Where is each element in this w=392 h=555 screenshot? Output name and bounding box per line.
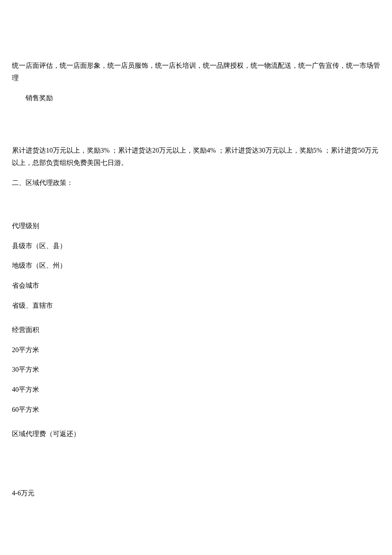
- fee-value: 4-6万元: [12, 487, 380, 500]
- area-label: 经营面积: [12, 324, 380, 336]
- agent-level-item: 地级市（区、州）: [12, 260, 380, 272]
- area-item: 60平方米: [12, 404, 380, 416]
- agent-level-label: 代理级别: [12, 220, 380, 232]
- sales-reward-title: 销售奖励: [12, 92, 380, 104]
- fee-label: 区域代理费（可返还）: [12, 428, 380, 440]
- regional-policy-title: 二、区域代理政策：: [12, 177, 380, 189]
- agent-level-item: 省会城市: [12, 280, 380, 292]
- unified-policy-text: 统一店面评估，统一店面形象，统一店员服饰，统一店长培训，统一品牌授权，统一物流配…: [12, 60, 380, 84]
- agent-level-item: 省级、直辖市: [12, 300, 380, 312]
- sales-reward-detail: 累计进货达10万元以上，奖励3% ；累计进货达20万元以上，奖励4% ；累计进货…: [12, 145, 380, 169]
- area-item: 30平方米: [12, 364, 380, 376]
- agent-level-item: 县级市（区、县）: [12, 240, 380, 252]
- area-item: 40平方米: [12, 384, 380, 396]
- area-item: 20平方米: [12, 344, 380, 356]
